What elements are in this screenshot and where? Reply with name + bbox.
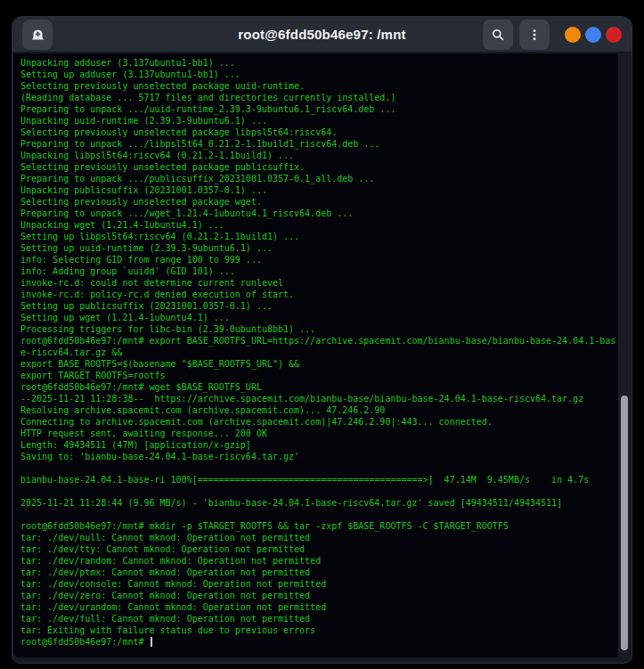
scrollbar-thumb[interactable] [621,396,628,650]
terminal-line: 2025-11-21 11:28:44 (9.96 MB/s) - 'bianb… [20,497,631,509]
terminal-line: export TARGET_ROOTFS=rootfs [20,370,631,381]
maximize-button[interactable] [585,27,601,43]
new-tab-icon [30,27,45,42]
terminal-line: Setting up uuid-runtime (2.39.3-9ubuntu6… [20,242,631,254]
terminal-line: export BASE_ROOTFS=$(basename "$BASE_ROO… [20,358,631,370]
terminal-line: tar: ./dev/urandom: Cannot mknod: Operat… [20,601,631,613]
terminal-line: tar: ./dev/random: Cannot mknod: Operati… [20,555,631,567]
new-tab-button[interactable] [22,20,53,50]
terminal-line: Processing triggers for libc-bin (2.39-0… [20,323,631,335]
screen: root@6fdd50b46e97: /mnt [0,0,644,669]
terminal-line: tar: ./dev/tty: Cannot mknod: Operation … [20,543,631,555]
prompt-line: root@6fdd50b46e97:/mnt# [20,636,631,648]
terminal-line: Selecting previously unselected package … [20,161,631,173]
terminal-line: tar: Exiting with failure status due to … [20,624,631,636]
terminal-line: (Reading database ... 5717 files and dir… [20,92,631,103]
window-controls [565,27,622,43]
terminal-line: tar: ./dev/console: Cannot mknod: Operat… [20,578,631,590]
terminal-line: HTTP request sent, awaiting response... … [20,428,631,439]
terminal-line: Preparing to unpack .../uuid-runtime_2.3… [20,103,631,115]
terminal-line: Saving to: 'bianbu-base-24.04.1-base-ris… [20,451,631,462]
terminal-line: root@6fdd50b46e97:/mnt# export BASE_ROOT… [20,335,631,347]
terminal-line: Length: 49434511 (47M) [application/x-gz… [20,439,631,451]
terminal-line: invoke-rc.d: policy-rc.d denied executio… [20,289,631,300]
terminal-line: tar: ./dev/ptmx: Cannot mknod: Operation… [20,567,631,578]
terminal-line: Setting up wget (1.21.4-1ubuntu4.1) ... [20,312,631,323]
terminal-line: Setting up publicsuffix (20231001.0357-0… [20,300,631,312]
text-cursor [151,637,152,647]
terminal-line: Unpacking publicsuffix (20231001.0357-0.… [20,184,631,196]
menu-button[interactable] [519,20,550,50]
terminal-line: Preparing to unpack .../wget_1.21.4-1ubu… [20,208,631,219]
terminal-line: info: Selecting GID from range 100 to 99… [20,254,631,265]
terminal-line: Unpacking uuid-runtime (2.39.3-9ubuntu6.… [20,115,631,126]
terminal-line: bianbu-base-24.04.1-base-ri 100%[=======… [20,474,631,485]
terminal-line: Connecting to archive.spacemit.com (arch… [20,416,631,428]
search-icon [491,28,505,42]
terminal-line: --2025-11-21 11:28:38-- https://archive.… [20,393,631,404]
terminal-line: Unpacking adduser (3.137ubuntu1-bb1) ... [20,57,631,69]
close-button[interactable] [606,27,622,43]
terminal-line: tar: ./dev/full: Cannot mknod: Operation… [20,613,631,624]
terminal-line: root@6fdd50b46e97:/mnt# wget $BASE_ROOTF… [20,381,631,393]
terminal-line: Selecting previously unselected package … [20,80,631,92]
terminal-line [20,509,631,520]
terminal-window: root@6fdd50b46e97: /mnt [12,16,632,664]
terminal-line: info: Adding group `uuidd' (GID 101) ... [20,265,631,277]
terminal-line: invoke-rc.d: could not determine current… [20,277,631,289]
header-bar: root@6fdd50b46e97: /mnt [12,17,632,53]
terminal-line [20,462,631,474]
terminal-line: Preparing to unpack .../publicsuffix_202… [20,173,631,184]
kebab-menu-icon [527,28,542,42]
terminal-line: tar: ./dev/zero: Cannot mknod: Operation… [20,590,631,601]
header-actions [483,20,622,50]
terminal-line: Preparing to unpack .../libpsl5t64_0.21.… [20,138,631,150]
terminal-line: Selecting previously unselected package … [20,196,631,208]
terminal-output[interactable]: Unpacking adduser (3.137ubuntu1-bb1) ...… [13,53,631,657]
terminal-line [20,485,631,497]
minimize-button[interactable] [565,27,581,43]
terminal-line: e-riscv64.tar.gz && [20,347,631,358]
search-button[interactable] [483,20,513,50]
terminal-line: Setting up libpsl5t64:riscv64 (0.21.2-1.… [20,231,631,242]
terminal-line: Unpacking wget (1.21.4-1ubuntu4.1) ... [20,219,631,231]
terminal-line: Resolving archive.spacemit.com (archive.… [20,404,631,416]
terminal-line: tar: ./dev/null: Cannot mknod: Operation… [20,532,631,543]
scrollbar-track[interactable] [618,53,631,657]
shell-prompt: root@6fdd50b46e97:/mnt# [20,636,150,648]
terminal-line: Setting up adduser (3.137ubuntu1-bb1) ..… [20,69,631,80]
terminal-line: Unpacking libpsl5t64:riscv64 (0.21.2-1.1… [20,150,631,161]
terminal-line: root@6fdd50b46e97:/mnt# mkdir -p $TARGET… [20,520,631,532]
terminal-scrollback: Unpacking adduser (3.137ubuntu1-bb1) ...… [20,57,631,636]
terminal-line: Selecting previously unselected package … [20,126,631,138]
